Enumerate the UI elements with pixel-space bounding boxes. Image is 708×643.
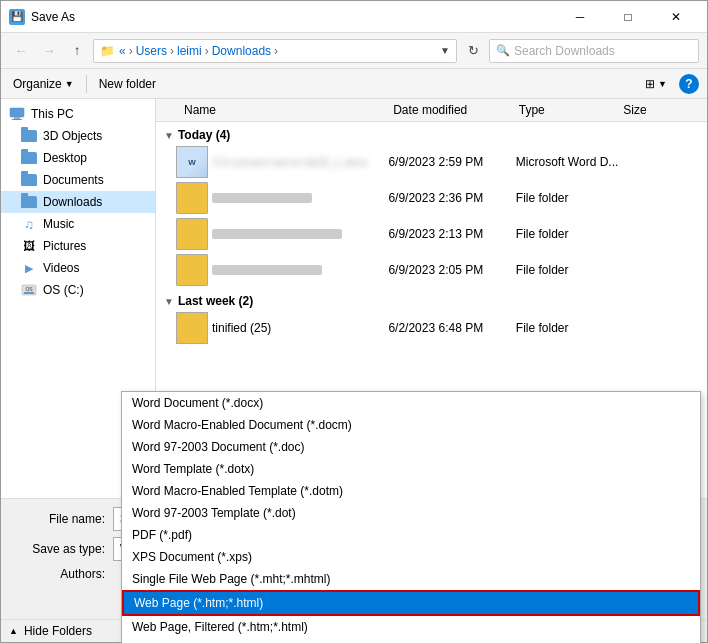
file-name-4 — [156, 254, 388, 286]
svg-rect-0 — [10, 108, 24, 117]
breadcrumb-sep-2: › — [170, 44, 174, 58]
svg-rect-1 — [14, 117, 20, 119]
file-thumb-word: W — [176, 146, 208, 178]
file-list-header: Name Date modified Type Size — [156, 99, 707, 122]
file-thumb-folder-4 — [176, 254, 208, 286]
file-row-2[interactable]: 6/9/2023 2:36 PM File folder — [156, 180, 707, 216]
view-button[interactable]: ⊞ ▼ — [641, 75, 671, 93]
file-type-2: File folder — [516, 191, 622, 205]
sidebar-item-this-pc-label: This PC — [31, 107, 74, 121]
file-name-5-text: tinified (25) — [212, 321, 271, 335]
col-type-header[interactable]: Type — [519, 103, 624, 117]
file-name-3 — [156, 218, 388, 250]
search-icon: 🔍 — [496, 44, 510, 57]
dropdown-item-word-macro-docm[interactable]: Word Macro-Enabled Document (*.docm) — [122, 414, 700, 436]
title-bar-title: Save As — [31, 10, 557, 24]
group-today-header[interactable]: ▼ Today (4) — [156, 122, 707, 144]
file-row-1[interactable]: W 3.6-convert-raw-to-fat32_L.docx 6/9/20… — [156, 144, 707, 180]
sidebar-item-music[interactable]: ♫ Music — [1, 213, 155, 235]
close-button[interactable]: ✕ — [653, 4, 699, 30]
forward-button[interactable]: → — [37, 39, 61, 63]
search-box[interactable]: 🔍 Search Downloads — [489, 39, 699, 63]
help-button[interactable]: ? — [679, 74, 699, 94]
sidebar-item-videos[interactable]: ▶ Videos — [1, 257, 155, 279]
dropdown-item-word-docx[interactable]: Word Document (*.docx) — [122, 392, 700, 414]
breadcrumb-part-3[interactable]: leimi — [177, 44, 202, 58]
new-folder-label: New folder — [99, 77, 156, 91]
pc-icon — [9, 106, 25, 122]
dropdown-item-word-97-template[interactable]: Word 97-2003 Template (*.dot) — [122, 502, 700, 524]
folder-docs-icon — [21, 172, 37, 188]
savetype-dropdown-overlay[interactable]: Word Document (*.docx) Word Macro-Enable… — [121, 391, 701, 643]
hide-folders-chevron-icon: ▲ — [9, 626, 18, 636]
file-name-1-text: 3.6-convert-raw-to-fat32_L.docx — [212, 156, 368, 168]
hide-folders-label: Hide Folders — [24, 624, 92, 638]
col-date-header[interactable]: Date modified — [393, 103, 519, 117]
breadcrumb-bar[interactable]: 📁 « › Users › leimi › Downloads › ▼ — [93, 39, 457, 63]
refresh-button[interactable]: ↻ — [461, 39, 485, 63]
dropdown-item-single-web[interactable]: Single File Web Page (*.mht;*.mhtml) — [122, 568, 700, 590]
sidebar-item-pictures[interactable]: 🖼 Pictures — [1, 235, 155, 257]
dropdown-item-web-page[interactable]: Web Page (*.htm;*.html) — [122, 590, 700, 616]
new-folder-button[interactable]: New folder — [95, 75, 160, 93]
dropdown-item-word-template[interactable]: Word Template (*.dotx) — [122, 458, 700, 480]
minimize-button[interactable]: ─ — [557, 4, 603, 30]
file-name-3-blur — [212, 229, 342, 239]
dropdown-item-xps[interactable]: XPS Document (*.xps) — [122, 546, 700, 568]
nav-bar: ← → ↑ 📁 « › Users › leimi › Downloads › … — [1, 33, 707, 69]
file-type-1: Microsoft Word D... — [516, 155, 622, 169]
folder-desktop-icon — [21, 150, 37, 166]
sidebar-item-downloads[interactable]: Downloads — [1, 191, 155, 213]
videos-icon: ▶ — [21, 260, 37, 276]
file-name-1: W 3.6-convert-raw-to-fat32_L.docx — [156, 146, 388, 178]
file-name-4-blur — [212, 265, 322, 275]
svg-text:OS: OS — [25, 286, 33, 292]
file-name-2-blur — [212, 193, 312, 203]
sidebar-item-pictures-label: Pictures — [43, 239, 86, 253]
breadcrumb-part-2[interactable]: Users — [136, 44, 167, 58]
sidebar-item-desktop[interactable]: Desktop — [1, 147, 155, 169]
breadcrumb-part-4[interactable]: Downloads — [212, 44, 271, 58]
breadcrumb-dropdown-icon[interactable]: ▼ — [440, 45, 450, 56]
col-size-header[interactable]: Size — [623, 103, 707, 117]
col-name-header[interactable]: Name — [156, 103, 393, 117]
organize-button[interactable]: Organize ▼ — [9, 75, 78, 93]
breadcrumb-sep-4: › — [274, 44, 278, 58]
breadcrumb-sep-1: › — [129, 44, 133, 58]
file-type-3: File folder — [516, 227, 622, 241]
dropdown-item-word-macro-template[interactable]: Word Macro-Enabled Template (*.dotm) — [122, 480, 700, 502]
filename-label: File name: — [13, 512, 113, 526]
dropdown-item-rich-text[interactable]: Rich Text Format (*.rtf) — [122, 638, 700, 643]
organize-label: Organize — [13, 77, 62, 91]
dropdown-item-web-filtered[interactable]: Web Page, Filtered (*.htm;*.html) — [122, 616, 700, 638]
file-thumb-folder-5 — [176, 312, 208, 344]
file-date-2: 6/9/2023 2:36 PM — [388, 191, 515, 205]
sidebar-item-documents-label: Documents — [43, 173, 104, 187]
dropdown-item-word-97-doc[interactable]: Word 97-2003 Document (*.doc) — [122, 436, 700, 458]
sidebar-item-3d-label: 3D Objects — [43, 129, 102, 143]
save-as-dialog: 💾 Save As ─ □ ✕ ← → ↑ 📁 « › Users › leim… — [0, 0, 708, 643]
sidebar-item-this-pc[interactable]: This PC — [1, 103, 155, 125]
breadcrumb-sep-3: › — [205, 44, 209, 58]
dropdown-item-pdf[interactable]: PDF (*.pdf) — [122, 524, 700, 546]
group-lastweek-label: Last week (2) — [178, 294, 253, 308]
sidebar-item-3d-objects[interactable]: 3D Objects — [1, 125, 155, 147]
file-row-5[interactable]: tinified (25) 6/2/2023 6:48 PM File fold… — [156, 310, 707, 346]
pictures-icon: 🖼 — [21, 238, 37, 254]
up-button[interactable]: ↑ — [65, 39, 89, 63]
file-date-1: 6/9/2023 2:59 PM — [388, 155, 515, 169]
maximize-button[interactable]: □ — [605, 4, 651, 30]
file-row-4[interactable]: 6/9/2023 2:05 PM File folder — [156, 252, 707, 288]
breadcrumb-part-1[interactable]: « — [119, 44, 126, 58]
file-row-3[interactable]: 6/9/2023 2:13 PM File folder — [156, 216, 707, 252]
breadcrumb-icon: 📁 — [100, 44, 115, 58]
sidebar-item-os-c[interactable]: OS OS (C:) — [1, 279, 155, 301]
sidebar-item-videos-label: Videos — [43, 261, 79, 275]
savetype-label: Save as type: — [13, 542, 113, 556]
folder-downloads-icon — [21, 194, 37, 210]
svg-rect-4 — [24, 292, 34, 294]
sidebar-item-documents[interactable]: Documents — [1, 169, 155, 191]
back-button[interactable]: ← — [9, 39, 33, 63]
group-lastweek-header[interactable]: ▼ Last week (2) — [156, 288, 707, 310]
toolbar-divider — [86, 75, 87, 93]
